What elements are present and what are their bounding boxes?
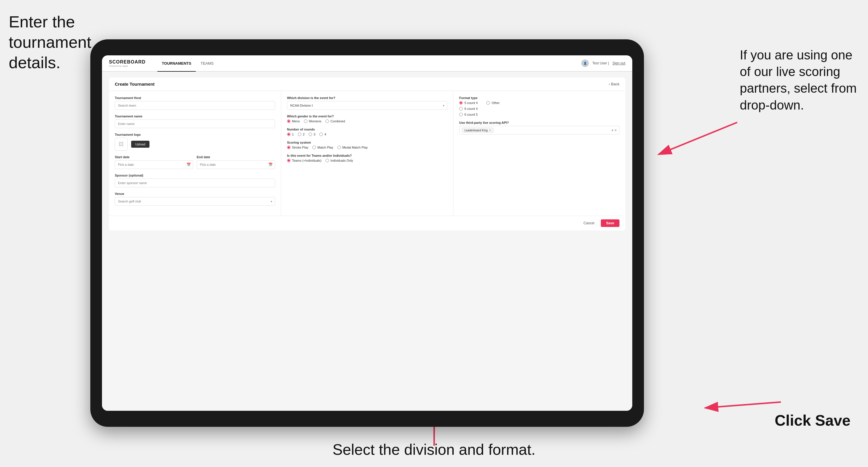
gender-womens-label: Womens bbox=[309, 119, 321, 123]
gender-womens-radio[interactable] bbox=[304, 119, 307, 123]
rounds-label: Number of rounds bbox=[287, 128, 447, 131]
format-radio-list: 5 count 4 6 count 4 6 count 5 bbox=[459, 101, 477, 116]
start-date-wrapper: 📅 bbox=[115, 160, 193, 169]
division-group: Which division is the event for? NCAA Di… bbox=[287, 96, 447, 110]
panel-title: Create Tournament bbox=[115, 82, 154, 87]
gender-mens-label: Mens bbox=[292, 119, 300, 123]
panel-footer: Cancel Save bbox=[109, 216, 625, 230]
live-scoring-label: Use third-party live scoring API? bbox=[459, 121, 619, 124]
round-2-radio[interactable] bbox=[298, 132, 301, 136]
scoring-stroke-radio[interactable] bbox=[287, 146, 290, 149]
format-6count4-radio[interactable] bbox=[459, 107, 463, 111]
cancel-button[interactable]: Cancel bbox=[580, 219, 598, 227]
start-date-input[interactable] bbox=[115, 160, 193, 169]
tournament-logo-group: Tournament logo 🖼 Upload bbox=[115, 133, 275, 151]
scoring-radio-group: Stroke Play Match Play Medal Match Play bbox=[287, 146, 447, 149]
venue-input[interactable] bbox=[115, 197, 275, 206]
name-label: Tournament name bbox=[115, 115, 275, 118]
scoring-medal-radio[interactable] bbox=[337, 146, 341, 149]
gender-combined[interactable]: Combined bbox=[326, 119, 345, 123]
event-teams-radio[interactable] bbox=[287, 159, 290, 162]
event-type-radio-group: Teams (+Individuals) Individuals Only bbox=[287, 159, 447, 162]
gender-label: Which gender is the event for? bbox=[287, 115, 447, 118]
division-label: Which division is the event for? bbox=[287, 96, 447, 100]
logo-area: 🖼 Upload bbox=[115, 138, 275, 151]
format-6count4-label: 6 count 4 bbox=[464, 107, 477, 111]
content-area: Create Tournament ‹ Back Tournament Host… bbox=[102, 72, 632, 411]
division-select[interactable]: NCAA Division I bbox=[287, 101, 447, 110]
format-group: Format type 5 count 4 6 count bbox=[459, 96, 619, 116]
event-teams[interactable]: Teams (+Individuals) bbox=[287, 159, 321, 162]
nav-links: TOURNAMENTS TEAMS bbox=[157, 55, 581, 71]
format-other-radio[interactable] bbox=[486, 101, 490, 104]
tournament-name-input[interactable] bbox=[115, 119, 275, 128]
round-1-radio[interactable] bbox=[287, 132, 290, 136]
end-date-input[interactable] bbox=[197, 160, 275, 169]
annotation-bottom-center: Select the division and format. bbox=[333, 441, 535, 458]
scoring-medal-label: Medal Match Play bbox=[342, 146, 368, 149]
scoring-medal[interactable]: Medal Match Play bbox=[337, 146, 368, 149]
tournament-name-group: Tournament name bbox=[115, 115, 275, 128]
user-label: Test User | bbox=[592, 61, 609, 65]
save-button[interactable]: Save bbox=[601, 219, 619, 227]
format-6count5[interactable]: 6 count 5 bbox=[459, 113, 477, 116]
nav-right: 👤 Test User | Sign out bbox=[581, 59, 625, 67]
live-scoring-group: Use third-party live scoring API? Leader… bbox=[459, 121, 619, 134]
format-6count4[interactable]: 6 count 4 bbox=[459, 107, 477, 111]
event-type-label: Is this event for Teams and/or Individua… bbox=[287, 154, 447, 157]
logo-label: Tournament logo bbox=[115, 133, 275, 136]
panel-body: Tournament Host Tournament name Tourname… bbox=[109, 91, 625, 216]
live-scoring-remove[interactable]: × bbox=[489, 128, 491, 132]
sponsor-input[interactable] bbox=[115, 179, 275, 187]
round-2-label: 2 bbox=[303, 132, 305, 136]
scoring-match-radio[interactable] bbox=[312, 146, 316, 149]
live-scoring-select[interactable]: Leaderboard King × ▾ ✕ bbox=[459, 126, 619, 134]
scoring-match-label: Match Play bbox=[317, 146, 333, 149]
round-3-radio[interactable] bbox=[309, 132, 312, 136]
round-3[interactable]: 3 bbox=[309, 132, 315, 136]
col-right: Format type 5 count 4 6 count bbox=[454, 91, 625, 216]
gender-combined-radio[interactable] bbox=[326, 119, 329, 123]
upload-button[interactable]: Upload bbox=[131, 141, 150, 148]
gender-mens-radio[interactable] bbox=[287, 119, 290, 123]
format-5count4-radio[interactable] bbox=[459, 101, 463, 104]
format-6count5-radio[interactable] bbox=[459, 113, 463, 116]
signout-link[interactable]: Sign out bbox=[613, 61, 625, 65]
back-link[interactable]: ‹ Back bbox=[609, 82, 619, 86]
gender-group: Which gender is the event for? Mens Wome… bbox=[287, 115, 447, 123]
nav-logo: SCOREBOARD Powered by clippit bbox=[109, 59, 146, 67]
logo-placeholder: 🖼 bbox=[115, 138, 128, 151]
search-team-input[interactable] bbox=[115, 101, 275, 110]
round-4-radio[interactable] bbox=[319, 132, 323, 136]
sponsor-label: Sponsor (optional) bbox=[115, 174, 275, 177]
scoring-match[interactable]: Match Play bbox=[312, 146, 333, 149]
gender-mens[interactable]: Mens bbox=[287, 119, 300, 123]
event-individuals-radio[interactable] bbox=[326, 159, 329, 162]
round-1[interactable]: 1 bbox=[287, 132, 294, 136]
start-date-label: Start date bbox=[115, 155, 193, 159]
nav-link-teams[interactable]: TEAMS bbox=[196, 55, 218, 72]
rounds-group: Number of rounds 1 2 bbox=[287, 128, 447, 136]
event-individuals[interactable]: Individuals Only bbox=[326, 159, 353, 162]
format-two-cols: 5 count 4 6 count 4 6 count 5 bbox=[459, 101, 619, 116]
svg-line-2 bbox=[658, 122, 737, 154]
gender-combined-label: Combined bbox=[331, 119, 345, 123]
format-5count4[interactable]: 5 count 4 bbox=[459, 101, 477, 104]
calendar-icon: 📅 bbox=[186, 162, 191, 167]
round-4[interactable]: 4 bbox=[319, 132, 326, 136]
create-tournament-panel: Create Tournament ‹ Back Tournament Host… bbox=[109, 77, 625, 230]
round-2[interactable]: 2 bbox=[298, 132, 305, 136]
live-scoring-chevron-icon: ▾ ✕ bbox=[612, 128, 617, 132]
format-label: Format type bbox=[459, 96, 619, 100]
format-other-option[interactable]: Other bbox=[486, 101, 500, 104]
calendar-icon-end: 📅 bbox=[268, 162, 273, 167]
end-date-label: End date bbox=[197, 155, 275, 159]
scoring-stroke[interactable]: Stroke Play bbox=[287, 146, 308, 149]
gender-womens[interactable]: Womens bbox=[304, 119, 321, 123]
tablet-screen: SCOREBOARD Powered by clippit TOURNAMENT… bbox=[102, 55, 632, 411]
scoring-stroke-label: Stroke Play bbox=[292, 146, 308, 149]
nav-avatar: 👤 bbox=[581, 59, 589, 67]
nav-link-tournaments[interactable]: TOURNAMENTS bbox=[157, 55, 196, 72]
round-3-label: 3 bbox=[313, 132, 315, 136]
gender-radio-group: Mens Womens Combined bbox=[287, 119, 447, 123]
